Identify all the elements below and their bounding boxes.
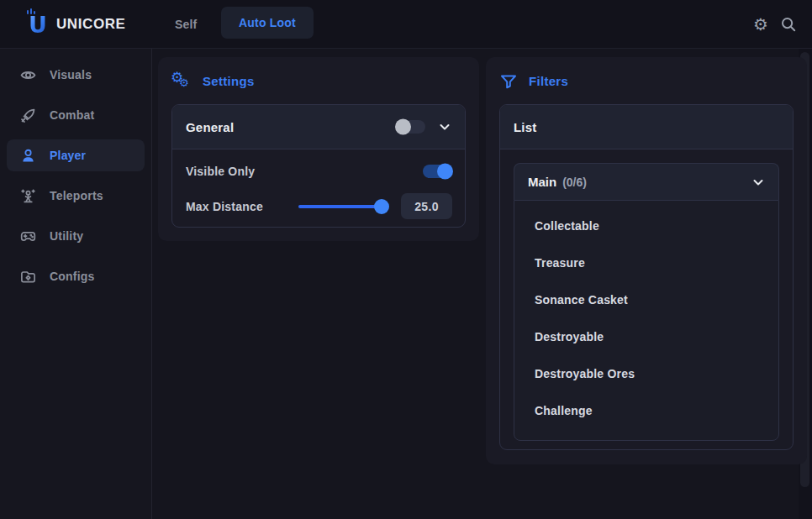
unicore-logo-icon: U: [29, 13, 47, 36]
general-section-body: Visible Only Max Distance 25.0: [172, 149, 465, 219]
filter-icon: [499, 72, 518, 91]
list-item-destroyable-ores[interactable]: Destroyable Ores: [514, 355, 778, 392]
list-section: List Main (0/6) Collectable: [499, 104, 794, 450]
general-section-label: General: [186, 120, 234, 134]
settings-panel-title: ⚙ ⚙ Settings: [158, 57, 479, 91]
sidebar-item-label: Combat: [50, 108, 94, 122]
settings-panel: ⚙ ⚙ Settings General: [158, 57, 479, 241]
toggle-knob: [437, 164, 453, 180]
visible-only-toggle[interactable]: [423, 165, 452, 178]
app-window: U UNICORE Self Auto Loot ⚙ Visuals: [0, 0, 812, 519]
list-section-label: List: [514, 120, 536, 134]
sword-icon: [20, 107, 36, 123]
general-section-header[interactable]: General: [172, 105, 465, 149]
list-item-treasure[interactable]: Treasure: [514, 244, 778, 281]
sidebar-item-label: Player: [50, 149, 86, 162]
list-section-body: Main (0/6) Collectable Treasure Sonance …: [500, 149, 793, 454]
visible-only-label: Visible Only: [186, 165, 255, 178]
list-item-sonance-casket[interactable]: Sonance Casket: [514, 281, 778, 318]
filters-panel-title: Filters: [486, 57, 807, 91]
main-dropdown[interactable]: Main (0/6): [514, 163, 779, 200]
list-item-collectable[interactable]: Collectable: [514, 207, 778, 244]
search-icon[interactable]: [780, 16, 797, 33]
eye-icon: [20, 67, 36, 83]
double-gear-icon: ⚙ ⚙: [171, 71, 192, 92]
sidebar-item-player[interactable]: Player: [7, 139, 145, 171]
sidebar-item-configs[interactable]: Configs: [7, 260, 145, 292]
max-distance-value[interactable]: 25.0: [401, 193, 452, 219]
sidebar-item-teleports[interactable]: Teleports: [7, 180, 145, 212]
sidebar-item-visuals[interactable]: Visuals: [7, 59, 145, 91]
list-item-challenge[interactable]: Challenge: [514, 392, 778, 429]
folder-gear-icon: [20, 269, 36, 285]
sidebar-item-label: Teleports: [50, 189, 103, 202]
settings-title-text: Settings: [203, 74, 255, 88]
list-item-destroyable[interactable]: Destroyable: [514, 318, 778, 355]
filters-panel: Filters List Main (0/6): [486, 57, 807, 464]
max-distance-slider[interactable]: [298, 200, 388, 213]
sidebar: Visuals Combat Player: [0, 49, 152, 519]
slider-knob[interactable]: [374, 199, 389, 214]
sidebar-item-utility[interactable]: Utility: [7, 220, 145, 252]
gamepad-icon: [20, 228, 36, 244]
main-content: ⚙ ⚙ Settings General: [153, 49, 812, 519]
visible-only-row: Visible Only: [186, 160, 452, 183]
teleport-icon: [20, 188, 36, 204]
chevron-down-icon[interactable]: [751, 176, 765, 189]
sidebar-item-label: Visuals: [50, 68, 92, 81]
brand-name: UNICORE: [56, 16, 126, 33]
topbar: U UNICORE Self Auto Loot ⚙: [0, 0, 812, 49]
max-distance-label: Max Distance: [186, 200, 263, 213]
sidebar-item-label: Configs: [50, 270, 95, 283]
logo-spark-icon: [27, 8, 35, 15]
user-icon: [20, 148, 36, 164]
list-section-header: List: [500, 105, 793, 149]
brand: U UNICORE: [29, 0, 126, 49]
general-section: General Visible Only: [171, 104, 466, 228]
chevron-down-icon[interactable]: [438, 120, 451, 134]
dropdown-name: Main: [528, 175, 556, 189]
tab-auto-loot[interactable]: Auto Loot: [221, 7, 314, 39]
sidebar-item-label: Utility: [50, 229, 83, 243]
dropdown-count: (0/6): [562, 176, 587, 189]
gear-icon[interactable]: ⚙: [753, 16, 768, 33]
tab-self[interactable]: Self: [166, 8, 205, 40]
toggle-knob: [395, 119, 411, 135]
filters-title-text: Filters: [529, 74, 568, 88]
max-distance-row: Max Distance 25.0: [186, 193, 452, 219]
sidebar-item-combat[interactable]: Combat: [7, 99, 145, 131]
general-enable-toggle[interactable]: [396, 120, 425, 134]
filter-items-list: Collectable Treasure Sonance Casket Dest…: [514, 200, 779, 441]
